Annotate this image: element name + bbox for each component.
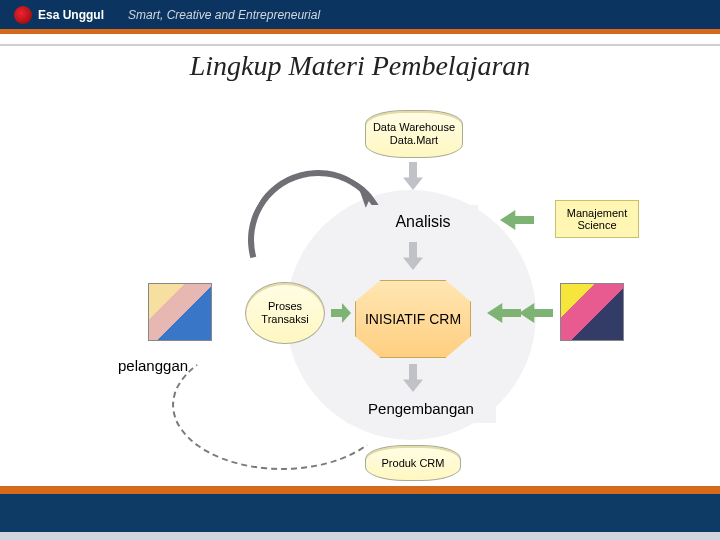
image-customer-phone	[148, 283, 212, 341]
page-title: Lingkup Materi Pembelajaran	[0, 50, 720, 82]
node-label: Analisis	[395, 213, 450, 231]
divider	[0, 44, 720, 46]
node-pengembangan: Pengembangan	[346, 395, 496, 423]
node-label: Produk CRM	[382, 457, 445, 470]
node-management-science: Manajement Science	[555, 200, 639, 238]
image-customer-computer	[560, 283, 624, 341]
header-bar: Esa Unggul Smart, Creative and Entrepren…	[0, 0, 720, 34]
logo-icon	[14, 6, 32, 24]
footer-bar	[0, 486, 720, 540]
brand-name: Esa Unggul	[38, 8, 104, 22]
node-proses-transaksi: Proses Transaksi	[245, 282, 325, 344]
node-label: Manajement Science	[556, 207, 638, 231]
node-produk-crm: Produk CRM	[365, 445, 461, 481]
node-label: Pengembangan	[368, 400, 474, 417]
arrow-left-icon	[500, 210, 534, 230]
node-analisis: Analisis	[368, 205, 478, 239]
arrow-down-icon	[403, 162, 423, 190]
node-label: Data Warehouse Data.Mart	[372, 121, 456, 146]
node-label: Proses Transaksi	[252, 300, 318, 325]
node-label: INISIATIF CRM	[365, 311, 461, 327]
slide: Esa Unggul Smart, Creative and Entrepren…	[0, 0, 720, 540]
label-pelanggan: pelanggan	[118, 357, 188, 374]
node-inisiatif-crm: INISIATIF CRM	[355, 280, 471, 358]
node-data-warehouse: Data Warehouse Data.Mart	[365, 110, 463, 158]
tagline: Smart, Creative and Entrepreneurial	[128, 8, 320, 22]
logo: Esa Unggul	[14, 6, 104, 24]
